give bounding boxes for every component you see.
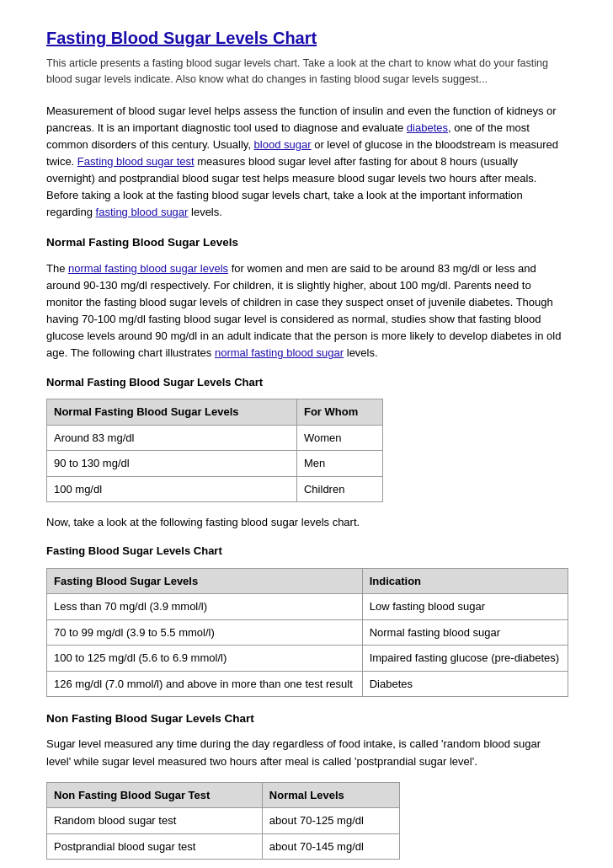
non-fasting-col1-header: Non Fasting Blood Sugar Test [47,782,263,808]
fasting-levels-table: Fasting Blood Sugar Levels Indication Le… [46,568,568,698]
level-cell: Around 83 mg/dl [47,425,297,451]
normal-level-cell: about 70-125 mg/dl [262,808,399,834]
indication-cell: Low fasting blood sugar [362,594,568,620]
section1-heading: Normal Fasting Blood Sugar Levels [46,234,567,251]
section1-chart-heading: Normal Fasting Blood Sugar Levels Chart [46,374,567,391]
table-row: 70 to 99 mg/dl (3.9 to 5.5 mmol/l)Normal… [47,619,568,646]
fasting-level-cell: 100 to 125 mg/dl (5.6 to 6.9 mmol/l) [47,646,363,672]
section2-intro: Now, take a look at the following fastin… [46,514,567,531]
intro-paragraph: Measurement of blood sugar level helps a… [46,103,567,222]
normal-levels-col2-header: For Whom [296,399,382,426]
test-cell: Postprandial blood sugar test [47,833,263,860]
table-row: 90 to 130 mg/dlMen [47,451,383,477]
table-row: 126 mg/dl (7.0 mmol/l) and above in more… [47,671,568,697]
level-cell: 90 to 130 mg/dl [47,451,297,477]
fasting-level-cell: Less than 70 mg/dl (3.9 mmol/l) [47,594,363,620]
fasting-level-cell: 126 mg/dl (7.0 mmol/l) and above in more… [47,671,363,697]
section3-text: Sugar level measured any time during the… [46,736,567,769]
section3-heading: Non Fasting Blood Sugar Levels Chart [46,710,567,727]
normal-level-cell: about 70-145 mg/dl [262,833,399,860]
page-title: Fasting Blood Sugar Levels Chart [46,25,567,51]
blood-sugar-link[interactable]: blood sugar [254,138,312,151]
page-subtitle: This article presents a fasting blood su… [46,56,567,88]
table-row: 100 to 125 mg/dl (5.6 to 6.9 mmol/l)Impa… [47,646,568,672]
diabetes-link[interactable]: diabetes [407,121,448,134]
section2-chart-heading: Fasting Blood Sugar Levels Chart [46,543,567,560]
fasting-col2-header: Indication [362,568,568,594]
fasting-blood-sugar-link[interactable]: fasting blood sugar [96,206,189,218]
table-row: Around 83 mg/dlWomen [47,425,383,451]
fasting-test-link[interactable]: Fasting blood sugar test [77,155,195,168]
table-row: Less than 70 mg/dl (3.9 mmol/l)Low fasti… [47,594,568,620]
normal-levels-table: Normal Fasting Blood Sugar Levels For Wh… [46,399,383,502]
for-whom-cell: Women [296,425,382,451]
test-cell: Random blood sugar test [47,808,263,834]
for-whom-cell: Men [296,451,382,477]
indication-cell: Impaired fasting glucose (pre-diabetes) [362,646,568,672]
indication-cell: Diabetes [362,671,568,697]
level-cell: 100 mg/dl [47,476,297,502]
normal-fasting-link[interactable]: normal fasting blood sugar [215,346,344,359]
non-fasting-table: Non Fasting Blood Sugar Test Normal Leve… [46,782,400,860]
fasting-level-cell: 70 to 99 mg/dl (3.9 to 5.5 mmol/l) [47,619,363,646]
table-row: Postprandial blood sugar testabout 70-14… [47,833,400,860]
table-row: Random blood sugar testabout 70-125 mg/d… [47,808,400,834]
normal-levels-link[interactable]: normal fasting blood sugar levels [68,262,228,275]
normal-levels-col1-header: Normal Fasting Blood Sugar Levels [47,399,297,426]
fasting-col1-header: Fasting Blood Sugar Levels [47,568,363,594]
section1-text: The normal fasting blood sugar levels fo… [46,260,567,362]
indication-cell: Normal fasting blood sugar [362,619,568,646]
table-row: 100 mg/dlChildren [47,476,383,502]
for-whom-cell: Children [296,476,382,502]
non-fasting-col2-header: Normal Levels [262,782,399,808]
